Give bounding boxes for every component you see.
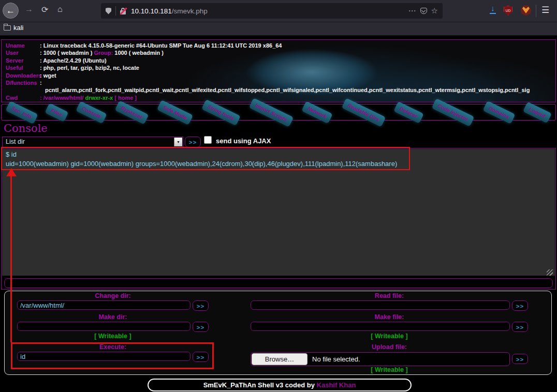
footer-credit: SmEvK_PaThAn Shell v3 coded by Kashif Kh…	[148, 379, 412, 391]
tab-bypasser[interactable]: Bypasser	[115, 100, 149, 125]
execute-input[interactable]	[17, 352, 190, 361]
foxyproxy-extension-icon[interactable]	[521, 5, 531, 16]
home-icon: ⌂	[57, 5, 63, 13]
info-row-user: User: 1000 ( webadmin ) Group: 1000 ( we…	[2, 49, 555, 56]
folder-icon	[4, 25, 11, 31]
change-dir-go-button[interactable]: >>	[193, 300, 209, 311]
make-file-go-button[interactable]: >>	[512, 322, 528, 332]
textarea-resize-handle[interactable]	[547, 269, 553, 276]
footer-author-link[interactable]: Kashif Khan	[317, 381, 356, 389]
tab-code-injector[interactable]: Code Injector	[432, 98, 475, 127]
download-icon: ↓	[491, 4, 495, 12]
screen: ← → ⟳ ⌂ 10.10.10.181/smevk.php ⋯ ☆ ↓ UD …	[0, 0, 557, 392]
make-file-label: Make file:	[251, 313, 528, 321]
tab-sec-info[interactable]: Sec. Info	[5, 100, 38, 124]
tab-import-scripts[interactable]: Import Scripts	[249, 98, 294, 127]
downloads-button[interactable]: ↓	[489, 4, 497, 15]
info-row-server: Server: Apache/2.4.29 (Ubuntu)	[2, 57, 555, 64]
hamburger-icon: ☰	[541, 5, 549, 15]
toolbar-divider	[536, 5, 536, 17]
info-row-cwd: Cwd: /var/www/html/ drwxr-xr-x [ home ]	[2, 94, 555, 101]
back-icon: ←	[6, 6, 15, 16]
info-row-uname: Uname: Linux traceback 4.15.0-58-generic…	[2, 42, 555, 49]
writeable-status-left: [ Writeable ]	[17, 333, 209, 340]
tab-string-tools[interactable]: String tools	[201, 99, 240, 125]
urlbar-divider	[115, 6, 116, 16]
cwd-home-link[interactable]: [ home ]	[113, 95, 137, 101]
tab-network[interactable]: Network	[302, 101, 333, 124]
browser-toolbar: ← → ⟳ ⌂ 10.10.10.181/smevk.php ⋯ ☆ ↓ UD …	[0, 0, 557, 22]
ajax-checkbox-label: send using AJAX	[216, 137, 271, 145]
url-path: /smevk.php	[172, 7, 208, 15]
ajax-checkbox[interactable]	[204, 136, 212, 144]
change-dir-label: Change dir:	[17, 292, 209, 299]
console-output-panel: $ id uid=1000(webadmin) gid=1000(webadmi…	[1, 148, 556, 290]
upload-file-label: Upload file:	[251, 343, 528, 351]
command-select[interactable]: List dir ▼	[2, 137, 183, 147]
cwd-path-link[interactable]: : /var/www/html/	[40, 95, 85, 101]
tab-logout[interactable]: Logout	[523, 101, 552, 123]
command-select-value: List dir	[6, 138, 25, 145]
url-host: 10.10.10.181	[131, 7, 172, 15]
make-file-input[interactable]	[251, 322, 510, 331]
back-button[interactable]: ←	[3, 3, 19, 19]
execute-go-button[interactable]: >>	[193, 352, 209, 362]
make-dir-go-button[interactable]: >>	[193, 322, 209, 332]
system-info-panel: Uname: Linux traceback 4.15.0-58-generic…	[1, 39, 556, 102]
url-bar[interactable]: 10.10.10.181/smevk.php ⋯ ☆	[101, 3, 443, 19]
tab-console[interactable]: Console	[76, 101, 107, 124]
tab-safe-mode[interactable]: Safe Mode	[157, 100, 193, 125]
read-file-input[interactable]	[251, 300, 510, 310]
bookmark-star-icon[interactable]: ☆	[431, 6, 438, 16]
footer-text: SmEvK_PaThAn Shell v3 coded by	[203, 381, 317, 389]
bookmarks-bar: kali	[0, 22, 557, 36]
tab-readable-dirs[interactable]: Readable Dirs	[341, 98, 385, 127]
console-output[interactable]: $ id uid=1000(webadmin) gid=1000(webadmi…	[2, 149, 555, 276]
reload-icon: ⟳	[41, 5, 48, 14]
bookmark-label: kali	[13, 24, 24, 32]
read-file-go-button[interactable]: >>	[512, 300, 528, 311]
writeable-status-upload: [ Writeable ]	[251, 366, 528, 373]
reload-button[interactable]: ⟳	[41, 5, 48, 14]
make-dir-input[interactable]	[17, 322, 190, 331]
ublock-extension-icon[interactable]: UD	[504, 6, 512, 16]
page-actions-icon[interactable]: ⋯	[408, 6, 416, 16]
bookmark-folder-kali[interactable]: kali	[4, 24, 24, 32]
upload-status-text: No file selected.	[312, 355, 360, 363]
pocket-icon[interactable]	[420, 8, 427, 14]
change-dir-input[interactable]	[17, 300, 190, 310]
upload-file-input[interactable]: Browse… No file selected.	[251, 352, 510, 366]
tab-files[interactable]: Files	[45, 103, 69, 122]
make-dir-label: Make dir:	[17, 313, 209, 321]
browse-button[interactable]: Browse…	[252, 353, 307, 365]
forward-icon: →	[25, 5, 33, 13]
tab-domains[interactable]: Domains	[482, 100, 515, 124]
info-row-downloaders: Downloaders: wget	[2, 72, 555, 79]
tracking-protection-shield-icon[interactable]	[106, 8, 111, 14]
chevron-down-icon: ▼	[174, 138, 182, 146]
insecure-lock-icon[interactable]	[120, 8, 127, 14]
run-command-button[interactable]: >>	[185, 137, 201, 147]
tab-row: Sec. Info Files Console Bypasser Safe Mo…	[2, 101, 555, 124]
console-heading: Console	[4, 122, 48, 134]
forward-button[interactable]: →	[25, 5, 33, 14]
info-row-useful: Useful: php, perl, tar, gzip, bzip2, nc,…	[2, 64, 555, 71]
writeable-status-right: [ Writeable ]	[251, 333, 528, 340]
console-command-input[interactable]	[4, 278, 553, 288]
menu-button[interactable]: ☰	[541, 5, 549, 16]
info-row-dfunctions: D/functions:	[2, 79, 555, 86]
read-file-label: Read file:	[251, 292, 528, 299]
info-row-disabled-functions: pcntl_alarm,pcntl_fork,pcntl_waitpid,pcn…	[2, 86, 555, 94]
home-button[interactable]: ⌂	[57, 5, 63, 14]
execute-label: Execute:	[17, 343, 209, 351]
upload-go-button[interactable]: >>	[512, 354, 528, 364]
tab-defacer[interactable]: Defacer	[393, 101, 423, 124]
